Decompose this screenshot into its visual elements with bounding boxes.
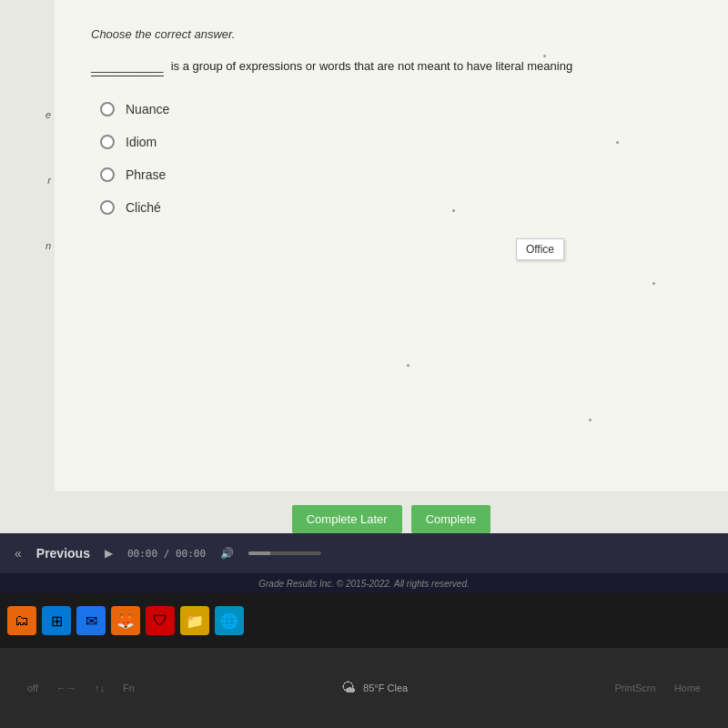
complete-later-button[interactable]: Complete Later — [292, 505, 402, 533]
decorative-dot-1 — [543, 55, 546, 57]
kb-hint-off: off — [27, 682, 38, 693]
option-label-cliche: Cliché — [126, 200, 161, 215]
option-idiom[interactable]: Idiom — [100, 135, 692, 149]
kb-hint-fn: Fn — [123, 682, 135, 693]
decorative-dot-5 — [407, 364, 410, 367]
question-blank: ___________ — [91, 57, 164, 76]
volume-icon[interactable]: 🔊 — [220, 547, 234, 560]
taskbar-icon-folder[interactable]: 🗂 — [7, 606, 36, 635]
question-rest: is a group of expressions or words that … — [171, 59, 573, 73]
radio-phrase[interactable] — [100, 167, 115, 182]
taskbar-icon-mail[interactable]: ✉ — [76, 606, 106, 635]
system-info: 🌤 85°F Clea — [341, 680, 408, 696]
radio-cliche[interactable] — [100, 200, 115, 215]
taskbar-icon-files[interactable]: 📁 — [180, 606, 209, 635]
kb-hint-arrows: ←→ — [56, 682, 76, 693]
copyright-text: Grade Results Inc. © 2015-2022. All righ… — [258, 579, 470, 589]
decorative-dot-4 — [652, 282, 655, 285]
option-cliche[interactable]: Cliché — [100, 200, 692, 215]
complete-button[interactable]: Complete — [411, 505, 491, 533]
taskbar-icon-firefox[interactable]: 🦊 — [111, 606, 140, 635]
previous-button[interactable]: Previous — [36, 546, 90, 561]
option-phrase[interactable]: Phrase — [100, 167, 692, 182]
kb-hint-printscr: PrintScrn — [614, 682, 655, 693]
sidebar-letter-n: n — [46, 240, 51, 251]
quiz-area: Choose the correct answer. ___________ i… — [55, 0, 728, 564]
play-icon[interactable]: ▶ — [105, 547, 113, 560]
footer-copyright: Grade Results Inc. © 2015-2022. All righ… — [0, 573, 728, 593]
keyboard-hint-group: off ←→ ↑↓ Fn — [27, 682, 135, 693]
taskbar-icon-security[interactable]: 🛡 — [146, 606, 175, 635]
instruction-text: Choose the correct answer. — [91, 27, 692, 41]
taskbar: 🗂 ⊞ ✉ 🦊 🛡 📁 🌐 — [0, 593, 728, 648]
option-nuance[interactable]: Nuance — [100, 102, 692, 116]
weather-text: 85°F Clea — [363, 682, 408, 693]
keyboard-hint-group-2: PrintScrn Home — [614, 682, 701, 693]
question-text: ___________ is a group of expressions or… — [91, 57, 692, 76]
time-display: 00:00 / 00:00 — [127, 548, 206, 560]
taskbar-icon-windows[interactable]: ⊞ — [42, 606, 71, 635]
decorative-dot-3 — [452, 209, 455, 212]
office-tooltip: Office — [516, 238, 564, 260]
weather-icon: 🌤 — [341, 680, 356, 696]
taskbar-icon-browser[interactable]: 🌐 — [215, 606, 244, 635]
decorative-dot-2 — [616, 141, 619, 144]
decorative-dot-6 — [589, 419, 592, 421]
left-sidebar: e r n — [0, 0, 55, 564]
double-arrow-icon: « — [15, 546, 22, 561]
audio-progress-fill — [248, 551, 270, 555]
option-label-nuance: Nuance — [126, 102, 169, 116]
audio-progress-bar[interactable] — [248, 551, 321, 555]
office-tooltip-text: Office — [526, 243, 554, 256]
options-list: Nuance Idiom Phrase Cliché — [100, 102, 692, 215]
sidebar-letter-e: e — [46, 109, 51, 120]
option-label-phrase: Phrase — [126, 167, 166, 182]
sidebar-letter-r: r — [47, 175, 51, 186]
keyboard-area: off ←→ ↑↓ Fn 🌤 85°F Clea PrintScrn Home — [0, 648, 728, 728]
kb-hint-updown: ↑↓ — [95, 682, 105, 693]
bottom-nav: « Previous ▶ 00:00 / 00:00 🔊 — [0, 533, 728, 573]
kb-hint-home: Home — [674, 682, 701, 693]
radio-nuance[interactable] — [100, 102, 115, 116]
radio-idiom[interactable] — [100, 135, 115, 149]
option-label-idiom: Idiom — [126, 135, 157, 149]
